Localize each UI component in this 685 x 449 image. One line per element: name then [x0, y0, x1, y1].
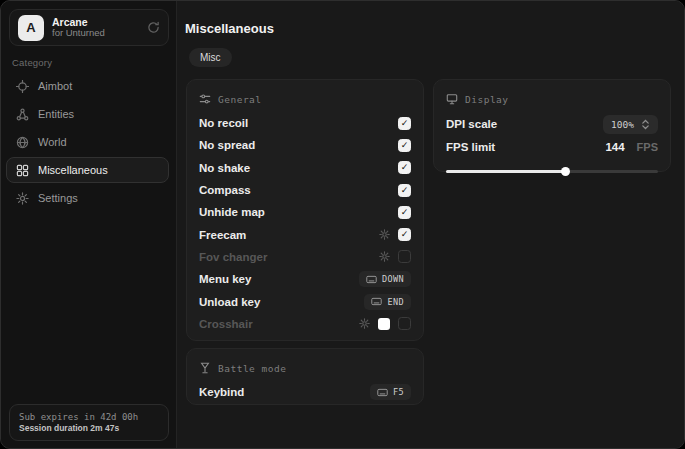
display-card: Display DPI scale 100% FPS limi — [433, 79, 671, 172]
general-card-title: General — [218, 94, 262, 105]
compass-checkbox[interactable]: ✓ — [398, 184, 411, 197]
setting-row-unhide-map: Unhide map ✓ — [199, 201, 411, 223]
setting-label: Compass — [199, 184, 251, 196]
goblet-icon — [199, 362, 211, 374]
app-subtitle: for Unturned — [52, 28, 139, 39]
battle-key-value: F5 — [393, 387, 404, 397]
sidebar-item-label: Entities — [38, 108, 74, 120]
keyboard-icon — [377, 388, 388, 397]
sidebar-header-card: A Arcane for Unturned — [9, 9, 169, 46]
sliders-icon — [199, 93, 211, 105]
crosshair-color-swatch[interactable] — [378, 318, 390, 330]
check-icon: ✓ — [401, 141, 409, 150]
setting-row-no-shake: No shake ✓ — [199, 157, 411, 179]
app-identity: Arcane for Unturned — [52, 16, 139, 39]
sidebar-item-settings[interactable]: Settings — [6, 185, 169, 211]
chevron-updown-icon — [641, 119, 650, 130]
setting-label: Freecam — [199, 229, 246, 241]
check-icon: ✓ — [401, 119, 409, 128]
check-icon: ✓ — [401, 163, 409, 172]
freecam-settings-gear-icon[interactable] — [379, 229, 390, 240]
setting-row-fps-limit: FPS limit 144FPS — [446, 136, 658, 158]
setting-label: Menu key — [199, 273, 251, 285]
globe-icon — [16, 136, 29, 149]
sidebar-item-label: Settings — [38, 192, 78, 204]
unload-key-bind-button[interactable]: END — [364, 294, 411, 310]
monitor-icon — [446, 93, 458, 105]
setting-label: No recoil — [199, 117, 248, 129]
fps-slider-fill — [446, 170, 565, 173]
setting-row-keybind: Keybind F5 — [199, 381, 411, 403]
sidebar-nav: Aimbot Entities World — [6, 73, 169, 211]
setting-label: FPS limit — [446, 141, 495, 153]
avatar: A — [18, 15, 44, 41]
crosshair-settings-gear-icon[interactable] — [359, 318, 370, 329]
setting-row-dpi-scale: DPI scale 100% — [446, 112, 658, 136]
setting-row-menu-key: Menu key DOWN — [199, 268, 411, 290]
display-card-title: Display — [465, 94, 509, 105]
setting-label: Unhide map — [199, 206, 265, 218]
tab-bar: Misc — [189, 48, 232, 67]
setting-row-no-spread: No spread ✓ — [199, 134, 411, 156]
setting-row-fov-changer: Fov changer ✓ — [199, 246, 411, 268]
fov-changer-checkbox[interactable]: ✓ — [398, 250, 411, 263]
sidebar-item-label: Miscellaneous — [38, 164, 108, 176]
menu-key-bind-button[interactable]: DOWN — [359, 271, 411, 287]
setting-row-unload-key: Unload key END — [199, 290, 411, 312]
sidebar-item-entities[interactable]: Entities — [6, 101, 169, 127]
fov-settings-gear-icon[interactable] — [379, 251, 390, 262]
check-icon: ✓ — [401, 186, 409, 195]
dpi-scale-value: 100% — [611, 119, 634, 130]
keyboard-icon — [366, 275, 377, 284]
fps-limit-slider[interactable] — [446, 166, 658, 176]
setting-label: DPI scale — [446, 118, 497, 130]
sidebar-item-label: World — [38, 136, 67, 148]
app-window: A Arcane for Unturned Category Aimbot — [0, 0, 685, 449]
sidebar-item-miscellaneous[interactable]: Miscellaneous — [6, 157, 169, 183]
setting-row-no-recoil: No recoil ✓ — [199, 112, 411, 134]
setting-label: No shake — [199, 162, 250, 174]
subscription-info-card: Sub expires in 42d 00h Session duration … — [9, 404, 169, 441]
setting-row-crosshair: Crosshair ✓ — [199, 313, 411, 335]
category-label: Category — [12, 57, 52, 68]
sync-icon[interactable] — [147, 21, 160, 34]
setting-label: Crosshair — [199, 318, 253, 330]
unhide-map-checkbox[interactable]: ✓ — [398, 206, 411, 219]
general-card: General No recoil ✓ No spread ✓ No shake… — [186, 79, 424, 341]
unload-key-value: END — [387, 297, 404, 307]
entities-icon — [16, 108, 29, 121]
gear-icon — [16, 192, 29, 205]
battle-card-header: Battle mode — [199, 359, 411, 377]
sidebar-item-aimbot[interactable]: Aimbot — [6, 73, 169, 99]
sub-expiry-text: Sub expires in 42d 00h — [19, 412, 159, 422]
setting-label: No spread — [199, 139, 255, 151]
dpi-scale-select[interactable]: 100% — [603, 115, 658, 134]
sidebar: A Arcane for Unturned Category Aimbot — [1, 1, 177, 448]
no-shake-checkbox[interactable]: ✓ — [398, 161, 411, 174]
fps-slider-thumb[interactable] — [561, 167, 570, 176]
check-icon: ✓ — [401, 230, 409, 239]
battle-keybind-button[interactable]: F5 — [370, 384, 411, 400]
no-spread-checkbox[interactable]: ✓ — [398, 139, 411, 152]
page-title: Miscellaneous — [185, 21, 274, 36]
battle-mode-card: Battle mode Keybind F5 — [186, 348, 424, 405]
no-recoil-checkbox[interactable]: ✓ — [398, 117, 411, 130]
setting-row-freecam: Freecam ✓ — [199, 223, 411, 245]
display-card-header: Display — [446, 90, 658, 108]
sidebar-item-world[interactable]: World — [6, 129, 169, 155]
battle-card-title: Battle mode — [218, 363, 286, 374]
fps-limit-value: 144 — [605, 141, 624, 153]
freecam-checkbox[interactable]: ✓ — [398, 228, 411, 241]
session-duration-text: Session duration 2m 47s — [19, 423, 159, 433]
main-content: Miscellaneous Misc General No recoil ✓ — [177, 1, 684, 448]
tab-misc[interactable]: Misc — [189, 48, 232, 67]
crosshair-checkbox[interactable]: ✓ — [398, 317, 411, 330]
sidebar-item-label: Aimbot — [38, 80, 72, 92]
crosshair-icon — [16, 80, 29, 93]
fps-limit-unit: FPS — [637, 141, 658, 153]
grid-icon — [16, 164, 29, 177]
setting-label: Unload key — [199, 296, 260, 308]
check-icon: ✓ — [401, 208, 409, 217]
setting-label: Fov changer — [199, 251, 267, 263]
setting-label: Keybind — [199, 386, 244, 398]
